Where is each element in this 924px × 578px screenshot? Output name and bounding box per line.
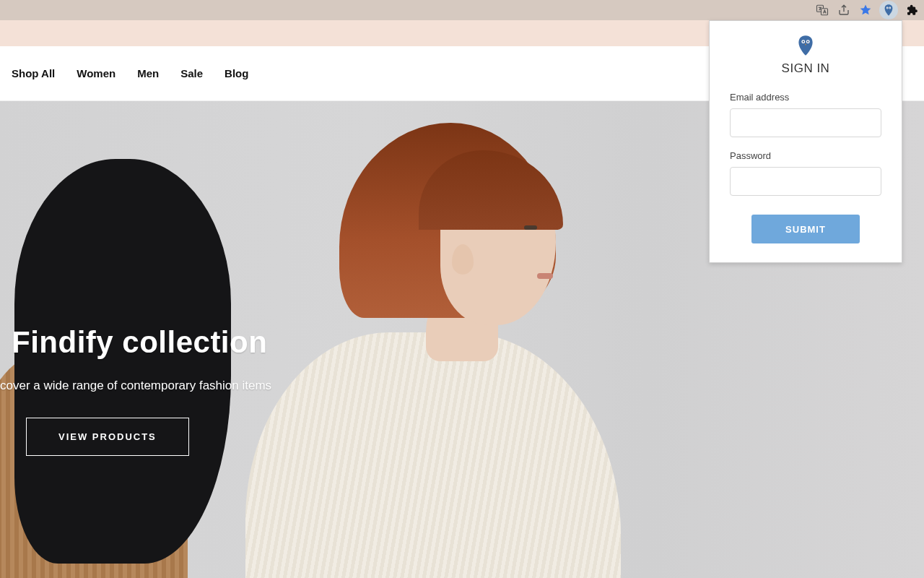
hero-figure-2: [238, 101, 614, 578]
nav-item-shop-all[interactable]: Shop All: [12, 67, 55, 79]
svg-point-8: [803, 41, 804, 43]
extensions-puzzle-icon[interactable]: [904, 2, 920, 18]
browser-toolbar: [0, 0, 924, 20]
nav-item-men[interactable]: Men: [137, 67, 159, 79]
extension-logo-icon: [730, 34, 881, 57]
password-input[interactable]: [730, 167, 881, 196]
password-label: Password: [730, 150, 881, 161]
hero-title: Findify collection: [12, 325, 271, 360]
email-label: Email address: [730, 92, 881, 103]
extension-signin-popup: SIGN IN Email address Password SUBMIT: [709, 20, 902, 263]
hero-subtitle: cover a wide range of contemporary fashi…: [0, 379, 271, 393]
bookmark-star-icon[interactable]: [858, 2, 873, 18]
owl-extension-icon[interactable]: [879, 1, 898, 20]
hero-text-block: Findify collection cover a wide range of…: [0, 325, 271, 456]
nav-item-blog[interactable]: Blog: [225, 67, 248, 79]
share-icon[interactable]: [836, 2, 852, 18]
email-input[interactable]: [730, 108, 881, 137]
svg-point-4: [887, 7, 888, 8]
view-products-button[interactable]: VIEW PRODUCTS: [26, 418, 189, 456]
svg-point-9: [807, 41, 808, 43]
signin-title: SIGN IN: [730, 61, 881, 76]
svg-point-5: [889, 7, 890, 8]
submit-button[interactable]: SUBMIT: [751, 215, 860, 243]
nav-item-women[interactable]: Women: [77, 67, 116, 79]
nav-item-sale[interactable]: Sale: [180, 67, 203, 79]
translate-icon[interactable]: [814, 2, 830, 18]
